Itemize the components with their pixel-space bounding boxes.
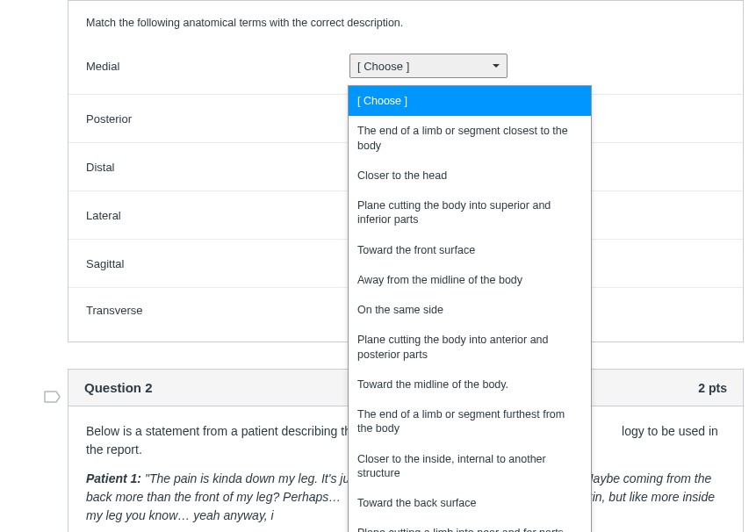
dropdown-option-11[interactable]: Toward the back surface bbox=[349, 488, 591, 518]
term-distal: Distal bbox=[86, 161, 349, 174]
chevron-down-icon bbox=[491, 61, 501, 71]
term-lateral: Lateral bbox=[86, 209, 349, 222]
dropdown-option-1[interactable]: The end of a limb or segment closest to … bbox=[349, 116, 591, 161]
dropdown-option-8[interactable]: Toward the midline of the body. bbox=[349, 370, 591, 399]
term-medial: Medial bbox=[86, 60, 349, 73]
select-medial[interactable]: [ Choose ] bbox=[349, 54, 508, 78]
dropdown-option-choose[interactable]: [ Choose ] bbox=[349, 86, 591, 116]
dropdown-option-2[interactable]: Closer to the head bbox=[349, 161, 591, 191]
select-medial-value: [ Choose ] bbox=[357, 60, 409, 73]
patient-1-quote-a: "The pain is kinda down my leg. It's jus… bbox=[141, 471, 363, 485]
dropdown-option-12[interactable]: Plane cutting a limb into near and far p… bbox=[349, 518, 591, 532]
question-1-instructions: Match the following anatomical terms wit… bbox=[68, 1, 743, 38]
dropdown-option-3[interactable]: Plane cutting the body into superior and… bbox=[349, 191, 591, 235]
dropdown-option-5[interactable]: Away from the midline of the body bbox=[349, 265, 591, 295]
dropdown-list[interactable]: [ Choose ] The end of a limb or segment … bbox=[348, 85, 592, 532]
patient-1-label: Patient 1: bbox=[86, 471, 141, 485]
flag-icon[interactable] bbox=[44, 390, 61, 407]
dropdown-option-7[interactable]: Plane cutting the body into anterior and… bbox=[349, 325, 591, 370]
term-sagittal: Sagittal bbox=[86, 257, 349, 270]
term-transverse: Transverse bbox=[86, 304, 349, 317]
dropdown-option-6[interactable]: On the same side bbox=[349, 295, 591, 325]
term-posterior: Posterior bbox=[86, 112, 349, 126]
dropdown-option-9[interactable]: The end of a limb or segment furthest fr… bbox=[349, 399, 591, 444]
question-2-points: 2 pts bbox=[698, 381, 727, 395]
dropdown-option-10[interactable]: Closer to the inside, internal to anothe… bbox=[349, 444, 591, 489]
dropdown-option-4[interactable]: Toward the front surface bbox=[349, 235, 591, 265]
question-2-title: Question 2 bbox=[84, 380, 153, 395]
